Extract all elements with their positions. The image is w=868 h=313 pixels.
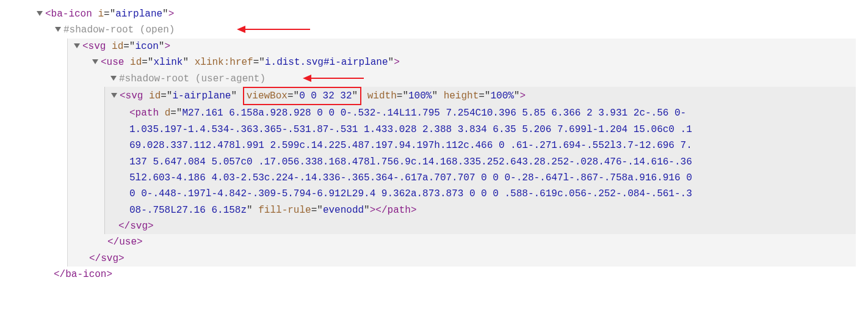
disclosure-triangle-icon[interactable] xyxy=(37,11,43,16)
attr-value: i.dist.svg#i-airplane xyxy=(265,57,388,68)
close-tag-use[interactable]: </use> xyxy=(68,234,856,250)
attr-name: d xyxy=(165,108,171,119)
attr-value-path-d: M27.161 6.158a.928.928 0 0 0-.532-.14L11… xyxy=(129,108,692,215)
attr-name: i xyxy=(98,9,104,20)
tag-close: path xyxy=(388,205,411,216)
angle-close: > xyxy=(168,9,175,20)
attr-name: id xyxy=(112,41,123,52)
disclosure-triangle-icon[interactable] xyxy=(55,27,61,32)
tag-name: use xyxy=(107,57,125,68)
angle-open: < xyxy=(45,9,51,20)
highlight-box: viewBox="0 0 32 32" xyxy=(243,87,361,105)
dom-node-svg[interactable]: <svg id="icon"> xyxy=(68,39,856,54)
disclosure-triangle-icon[interactable] xyxy=(92,59,98,64)
attr-name: id xyxy=(149,90,161,101)
equals: = xyxy=(104,9,110,20)
shadow-root-open[interactable]: #shadow-root (open) xyxy=(12,22,856,38)
attr-value: 100% xyxy=(408,90,432,101)
shadow-root-user-agent[interactable]: #shadow-root (user-agent) xyxy=(68,71,856,87)
attr-name: viewBox xyxy=(247,90,288,101)
attr-value: evenodd xyxy=(323,205,364,216)
shadow-root-label: #shadow-root (open) xyxy=(63,24,175,35)
attr-name: id xyxy=(130,57,142,68)
disclosure-triangle-icon[interactable] xyxy=(74,43,80,48)
close-tag-svg-inner[interactable]: </svg> xyxy=(105,218,856,234)
attr-value: xlink xyxy=(153,57,183,68)
attr-value: icon xyxy=(135,41,158,52)
shadow-root-user-agent-content: <svg id="i-airplane" viewBox="0 0 32 32"… xyxy=(104,87,856,235)
dom-node-svg-inner[interactable]: <svg id="i-airplane" viewBox="0 0 32 32"… xyxy=(105,87,856,105)
attr-name: width xyxy=(367,90,397,101)
attr-value: 0 0 32 32 xyxy=(299,90,352,101)
close-tag-ba-icon[interactable]: </ba-icon> xyxy=(12,267,856,282)
tag-close: svg xyxy=(101,253,118,264)
tag-close: svg xyxy=(130,221,148,232)
close-tag-svg-outer[interactable]: </svg> xyxy=(68,251,856,267)
attr-value: i-airplane xyxy=(172,90,231,101)
attr-name: height xyxy=(444,90,479,101)
disclosure-triangle-icon[interactable] xyxy=(111,93,117,98)
shadow-root-content: <svg id="icon"> <use id="xlink" xlink:hr… xyxy=(67,39,856,267)
tag-name: path xyxy=(136,108,159,119)
tag-name: ba-icon xyxy=(51,9,92,20)
dom-node-path[interactable]: <path d="M27.161 6.158a.928.928 0 0 0-.5… xyxy=(105,105,856,218)
attr-value: 100% xyxy=(490,90,513,101)
angle-open: < xyxy=(82,41,89,52)
tag-name: svg xyxy=(126,90,143,101)
tag-close: ba-icon xyxy=(65,269,106,280)
tag-name: svg xyxy=(89,41,106,52)
attr-name: xlink:href xyxy=(195,57,253,68)
quote: " xyxy=(162,9,168,20)
attr-name: fill-rule xyxy=(258,205,311,216)
tag-close: use xyxy=(119,237,137,248)
dom-node-use[interactable]: <use id="xlink" xlink:href="i.dist.svg#i… xyxy=(68,54,856,70)
attr-value: airplane xyxy=(115,9,162,20)
shadow-root-label: #shadow-root (user-agent) xyxy=(119,73,266,84)
quote: " xyxy=(110,9,116,20)
disclosure-triangle-icon[interactable] xyxy=(110,76,117,81)
dom-node-ba-icon[interactable]: <ba-icon i="airplane"> xyxy=(12,6,856,22)
